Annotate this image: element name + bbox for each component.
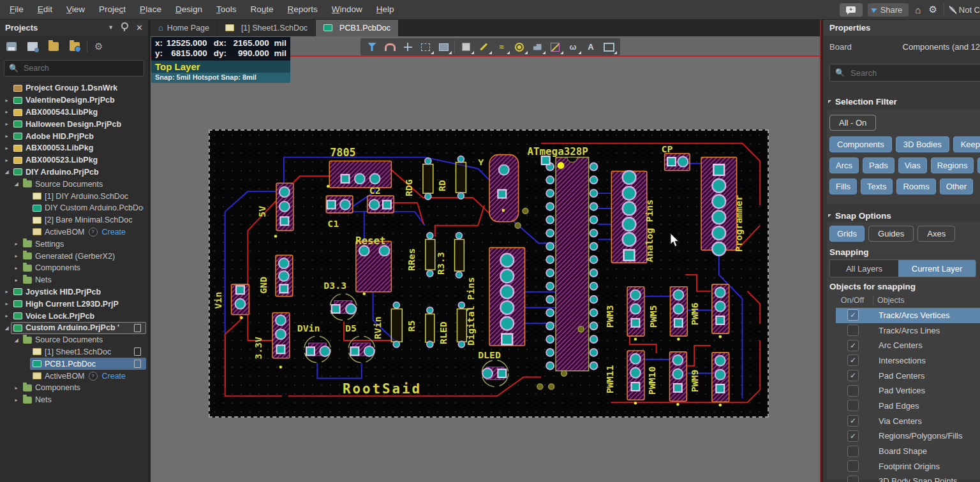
snap-tool[interactable]: [381, 39, 399, 55]
checkbox-checked[interactable]: ✓: [847, 340, 859, 351]
snap-axes-button[interactable]: Axes: [917, 226, 955, 242]
resistor-outline[interactable]: [454, 239, 464, 271]
open-folder-icon[interactable]: [48, 42, 59, 51]
silkscreen-label[interactable]: R3.3: [435, 252, 447, 275]
pcb-canvas[interactable]: 7805C2C15VResetRDGRDYATmega328PCPAnalog …: [209, 129, 769, 418]
collapsed-arrow-icon[interactable]: ▸: [12, 241, 20, 247]
tree-item-pcb1-pcbdoc[interactable]: PCB1.PcbDoc: [0, 358, 148, 370]
chip-pin-pad[interactable]: [546, 230, 554, 237]
chip-pin-pad[interactable]: [546, 189, 554, 197]
settings-gear-icon[interactable]: ⚙: [927, 4, 938, 15]
filter-keepouts-button[interactable]: Keepouts: [953, 136, 980, 152]
tree-item-diy-custom-arduino-pcbdoc[interactable]: DIY Custom Arduino.PcbDoc: [0, 202, 148, 214]
collapsed-arrow-icon[interactable]: ▸: [3, 145, 11, 151]
through-hole-pad[interactable]: [672, 369, 683, 379]
silkscreen-label[interactable]: Analog Pins: [644, 200, 655, 262]
through-hole-pad[interactable]: [623, 171, 636, 184]
menu-help[interactable]: Help: [369, 0, 401, 19]
atmega328p-footprint[interactable]: [556, 157, 589, 371]
square-pad[interactable]: [674, 384, 682, 392]
silkscreen-label[interactable]: Y: [478, 157, 484, 168]
through-hole-pad[interactable]: [320, 346, 330, 356]
resistor-pad[interactable]: [457, 193, 464, 199]
origin-marker[interactable]: [558, 162, 565, 169]
via-tool[interactable]: [510, 39, 528, 55]
checkbox-checked[interactable]: ✓: [847, 354, 859, 366]
track-tool[interactable]: [475, 39, 493, 55]
folder-settings-icon[interactable]: [70, 42, 80, 51]
checkbox-unchecked[interactable]: [847, 476, 859, 482]
close-icon[interactable]: ✕: [136, 24, 143, 32]
all-layers-option[interactable]: All Layers: [830, 260, 898, 277]
chip-pin-pad[interactable]: [546, 216, 554, 224]
chip-pin-pad[interactable]: [590, 242, 598, 250]
silkscreen-label[interactable]: DLED: [478, 349, 501, 361]
filter-texts-button[interactable]: Texts: [861, 179, 893, 194]
through-hole-pad[interactable]: [380, 245, 390, 256]
menu-window[interactable]: Window: [325, 0, 369, 19]
silkscreen-label[interactable]: D3.3: [323, 280, 346, 291]
collapsed-arrow-icon[interactable]: ▸: [3, 121, 11, 127]
silkscreen-label[interactable]: Vin: [212, 292, 224, 309]
chip-pin-pad[interactable]: [590, 203, 598, 210]
checkbox-unchecked[interactable]: [847, 325, 859, 336]
square-pad[interactable]: [341, 175, 350, 183]
through-hole-pad[interactable]: [276, 329, 286, 339]
resistor-pad[interactable]: [425, 193, 431, 200]
via[interactable]: [578, 326, 584, 332]
through-hole-pad[interactable]: [500, 301, 514, 314]
collapsed-arrow-icon[interactable]: ▸: [3, 133, 11, 139]
tree-item-joystick-hid-prjpcb[interactable]: ▸Joystick HID.PrjPcb: [0, 286, 148, 298]
checkbox-checked[interactable]: ✓: [847, 370, 859, 381]
expanded-arrow-icon[interactable]: ◢: [12, 181, 20, 187]
snap-object-row[interactable]: Footprint Origins: [836, 459, 980, 474]
gear-icon[interactable]: ⚙: [94, 42, 103, 51]
silkscreen-label[interactable]: 3.3V: [253, 337, 264, 360]
tree-item--1-diy-arduino-schdoc[interactable]: [1] DIY Arduino.SchDoc: [0, 190, 148, 202]
square-pad[interactable]: [716, 316, 724, 325]
through-hole-pad[interactable]: [359, 245, 369, 256]
tree-item-nets[interactable]: ▸Nets: [0, 394, 148, 406]
filter-arcs-button[interactable]: Arcs: [829, 157, 859, 173]
through-hole-pad[interactable]: [678, 157, 688, 167]
checkbox-checked[interactable]: ✓: [847, 309, 859, 321]
silkscreen-label[interactable]: D5: [345, 323, 357, 334]
silkscreen-label[interactable]: RRes: [406, 248, 417, 271]
filter-rooms-button[interactable]: Rooms: [896, 179, 935, 194]
silkscreen-label[interactable]: DVin: [297, 323, 320, 334]
chip-pin-pad[interactable]: [546, 309, 554, 317]
silkscreen-label[interactable]: C1: [327, 218, 339, 230]
via[interactable]: [549, 384, 554, 390]
resistor-pad[interactable]: [458, 341, 464, 347]
dimension-tool[interactable]: ω: [564, 39, 582, 55]
snap-options-header[interactable]: Snap Options: [828, 211, 891, 221]
through-hole-pad[interactable]: [673, 304, 683, 314]
chip-pin-pad[interactable]: [546, 203, 554, 210]
tree-item-components[interactable]: ▸Components: [0, 382, 148, 394]
collapsed-arrow-icon[interactable]: ▸: [3, 98, 11, 103]
resistor-pad[interactable]: [427, 270, 433, 277]
pad-tool[interactable]: [457, 39, 475, 55]
through-hole-pad[interactable]: [346, 304, 356, 314]
through-hole-pad[interactable]: [500, 254, 514, 267]
properties-search-input[interactable]: [849, 68, 980, 78]
through-hole-pad[interactable]: [235, 299, 246, 309]
silkscreen-label[interactable]: RootSaid: [343, 381, 422, 397]
chip-pin-pad[interactable]: [546, 176, 554, 184]
square-pad[interactable]: [306, 347, 315, 355]
snap-object-row[interactable]: ✓Regions/Polygons/Fills: [836, 429, 980, 444]
via[interactable]: [523, 208, 528, 214]
checkbox-unchecked[interactable]: [847, 460, 859, 472]
chip-pin-pad[interactable]: [590, 216, 598, 224]
selection-filter-header[interactable]: Selection Filter: [828, 97, 897, 106]
menu-design[interactable]: Design: [168, 0, 209, 19]
tree-item-abx00053-libpkg[interactable]: ▸ABX00053.LibPkg: [0, 142, 148, 154]
square-pad[interactable]: [332, 305, 340, 313]
snap-object-row[interactable]: Pad Vertices: [836, 383, 980, 398]
projects-search-input[interactable]: [22, 63, 139, 73]
silkscreen-label[interactable]: C2: [369, 185, 381, 196]
via[interactable]: [537, 384, 543, 390]
through-hole-pad[interactable]: [369, 200, 380, 210]
silkscreen-label[interactable]: PWM5: [648, 305, 659, 328]
through-hole-pad[interactable]: [712, 242, 725, 256]
